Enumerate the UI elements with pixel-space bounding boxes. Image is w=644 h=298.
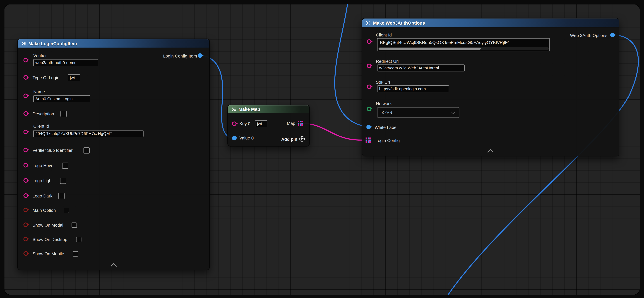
pin-label-name: Name <box>33 89 45 94</box>
verifier-input[interactable]: web3auth-auth0-demo <box>33 59 98 66</box>
pin-label-network: Network <box>376 101 392 106</box>
pin-show-on-mobile[interactable] <box>24 251 28 256</box>
pin-main-option[interactable] <box>24 208 28 212</box>
pin-label-value0: Value 0 <box>240 136 254 140</box>
pin-label-login-config-item: Login Config Item <box>163 53 197 58</box>
pin-client-id[interactable] <box>367 40 372 44</box>
node-title: Make Web3AuthOptions <box>373 20 425 25</box>
pin-label-login-config: Login Config <box>376 138 400 143</box>
pin-label-white-label: White Label <box>375 125 398 130</box>
name-input[interactable]: Auth0 Custom Login <box>33 95 90 102</box>
pin-label-web3auth-options: Web 3Auth Options <box>570 33 607 38</box>
pin-output-login-config-item[interactable] <box>198 53 202 58</box>
pin-label-map: Map <box>287 121 295 126</box>
pin-label-logo-hover: Logo Hover <box>32 163 55 168</box>
pin-logo-dark[interactable] <box>24 193 28 198</box>
show-on-modal-checkbox[interactable] <box>72 222 77 228</box>
pin-output-web3auth-options[interactable] <box>610 33 615 38</box>
pin-redirect-url[interactable] <box>367 64 372 68</box>
blueprint-graph-canvas[interactable]: Make LoginConfigItem Login Config Item V… <box>4 4 640 295</box>
pin-client-id[interactable] <box>24 130 28 134</box>
description-input[interactable] <box>60 111 67 117</box>
pin-label-key0: Key 0 <box>240 121 250 126</box>
node-title: Make Map <box>238 106 260 112</box>
pin-label-show-on-modal: Show On Modal <box>32 222 63 228</box>
pin-label-logo-light: Logo Light <box>32 178 52 183</box>
pin-value0[interactable] <box>232 136 236 140</box>
collapse-chevron-icon[interactable] <box>487 149 494 155</box>
make-struct-icon <box>21 41 26 46</box>
logo-light-input[interactable] <box>60 178 66 184</box>
node-title: Make LoginConfigItem <box>28 41 77 46</box>
pin-logo-hover[interactable] <box>24 163 28 168</box>
pin-label-description: Description <box>32 111 54 116</box>
pin-login-config[interactable] <box>366 138 371 143</box>
make-struct-icon <box>366 20 371 25</box>
pin-label-show-on-mobile: Show On Mobile <box>32 251 64 256</box>
pin-description[interactable] <box>24 111 28 116</box>
node-header-make-loginconfigitem[interactable]: Make LoginConfigItem <box>18 39 209 48</box>
node-make-web3authoptions[interactable]: Make Web3AuthOptions Web 3Auth Options C… <box>362 18 619 156</box>
blueprint-editor: Make LoginConfigItem Login Config Item V… <box>0 0 644 298</box>
add-pin-label: Add pin <box>281 136 297 142</box>
client-id-scrollbar[interactable] <box>378 47 548 50</box>
pin-map-output[interactable] <box>298 121 303 126</box>
pin-type-of-login[interactable] <box>24 75 28 80</box>
scrollbar-thumb[interactable] <box>379 48 481 50</box>
pin-name[interactable] <box>24 94 28 98</box>
plus-circle-icon <box>300 136 305 142</box>
chevron-down-icon <box>451 110 456 114</box>
pin-verifier[interactable] <box>24 58 28 62</box>
pin-label-sdk-url: Sdk Url <box>376 80 390 85</box>
pin-verifier-sub-identifier[interactable] <box>24 148 28 152</box>
pin-label-show-on-desktop: Show On Desktop <box>32 237 67 242</box>
node-make-map[interactable]: Make Map Key 0 jwt Map Value 0 Add pin <box>228 105 310 147</box>
type-of-login-input[interactable]: jwt <box>68 74 80 81</box>
pin-label-verifier-sub-identifier: Verifier Sub Identifier <box>32 148 72 153</box>
pin-label-redirect-url: Redirect Url <box>376 59 399 64</box>
node-header-make-web3authoptions[interactable]: Make Web3AuthOptions <box>362 18 619 28</box>
pin-label-main-option: Main Option <box>32 208 56 213</box>
sdk-url-input[interactable]: https://sdk.openlogin.com <box>377 86 449 92</box>
client-id-input[interactable]: 294QRkchfq2YaXUbPri7D6PH7xzHgQMT <box>33 130 144 137</box>
add-pin-button[interactable]: Add pin <box>281 136 305 142</box>
pin-logo-light[interactable] <box>24 178 28 183</box>
pin-label-type-of-login: Type Of Login <box>32 75 59 80</box>
wire-top-to-whitelabel[interactable] <box>335 4 366 126</box>
wire-map-to-loginconfig[interactable] <box>303 123 365 140</box>
client-id-input[interactable]: BEglQSgt4cUWcj6SKRdu5QkOXTsePmMcusG5EAoy… <box>377 38 550 51</box>
redirect-url-input[interactable]: w3a://com.w3a.Web3AuthUnreal <box>377 64 465 72</box>
logo-hover-input[interactable] <box>62 162 68 169</box>
pin-label-client-id: Client Id <box>33 124 49 128</box>
pin-sdk-url[interactable] <box>367 85 372 89</box>
network-value: CYAN <box>382 110 392 114</box>
pin-label-client-id: Client Id <box>376 32 392 38</box>
pin-key0[interactable] <box>232 122 236 126</box>
pin-label-logo-dark: Logo Dark <box>32 193 52 198</box>
logo-dark-input[interactable] <box>58 193 65 199</box>
pin-network[interactable] <box>367 107 372 111</box>
show-on-desktop-checkbox[interactable] <box>76 237 81 242</box>
network-dropdown[interactable]: CYAN <box>377 107 460 118</box>
client-id-value: BEglQSgt4cUWcj6SKRdu5QkOXTsePmMcusG5EAoy… <box>380 40 548 45</box>
show-on-mobile-checkbox[interactable] <box>73 251 78 256</box>
pin-show-on-desktop[interactable] <box>24 237 28 242</box>
make-map-icon <box>231 106 236 112</box>
pin-white-label[interactable] <box>366 125 371 129</box>
node-make-loginconfigitem[interactable]: Make LoginConfigItem Login Config Item V… <box>17 39 210 270</box>
node-header-make-map[interactable]: Make Map <box>228 105 309 113</box>
key0-input[interactable]: jwt <box>255 120 267 127</box>
pin-label-verifier: Verifier <box>33 53 47 58</box>
verifier-sub-identifier-input[interactable] <box>84 147 90 154</box>
collapse-chevron-icon[interactable] <box>110 263 117 269</box>
main-option-checkbox[interactable] <box>64 208 69 213</box>
pin-show-on-modal[interactable] <box>24 222 28 227</box>
